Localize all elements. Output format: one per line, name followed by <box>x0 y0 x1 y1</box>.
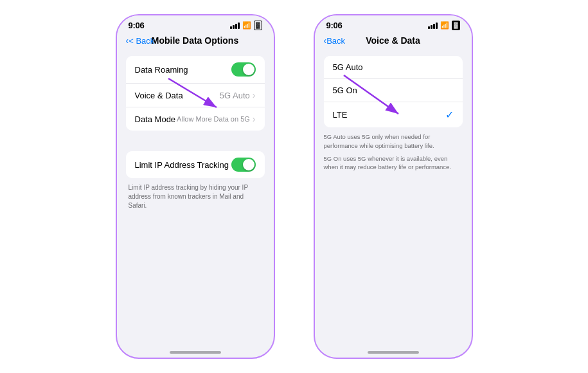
option-lte-label: LTE <box>333 110 348 120</box>
home-indicator-1 <box>170 351 221 354</box>
limit-ip-toggle[interactable] <box>231 158 256 172</box>
phone-screen-2: 9:06 📶 ▓ ‹ Back Voi <box>314 14 473 359</box>
voice-data-value: 5G Auto › <box>220 90 256 100</box>
limit-ip-label: Limit IP Address Tracking <box>135 160 229 170</box>
back-button-1[interactable]: ‹ < Back <box>126 35 155 46</box>
data-roaming-row[interactable]: Data Roaming <box>126 56 265 84</box>
home-indicator-2 <box>368 351 419 354</box>
signal-icon-2 <box>428 23 438 29</box>
main-container: 9:06 📶 ▓ ‹ < Back M <box>0 0 588 373</box>
wifi-icon-2: 📶 <box>440 21 449 30</box>
nav-header-2: ‹ Back Voice & Data <box>315 33 472 51</box>
info-5g-on: 5G On uses 5G whenever it is available, … <box>324 154 463 172</box>
back-button-2[interactable]: ‹ Back <box>324 35 346 46</box>
data-mode-value: Allow More Data on 5G › <box>177 114 255 124</box>
chevron-icon-voice: › <box>253 90 256 100</box>
voice-data-row[interactable]: Voice & Data 5G Auto › <box>126 84 265 107</box>
data-mode-row[interactable]: Data Mode Allow More Data on 5G › <box>126 107 265 131</box>
back-label-1[interactable]: < Back <box>129 36 154 46</box>
phone-screen-1: 9:06 📶 ▓ ‹ < Back M <box>116 14 275 359</box>
data-mode-current: Allow More Data on 5G <box>177 115 250 123</box>
status-bar-1: 9:06 📶 ▓ <box>117 15 274 33</box>
battery-icon: ▓ <box>254 21 262 30</box>
data-mode-label: Data Mode <box>135 114 176 124</box>
battery-icon-2: ▓ <box>452 21 460 30</box>
settings-section-2: Limit IP Address Tracking <box>126 151 265 178</box>
page-title-1: Mobile Data Options <box>152 35 238 46</box>
info-5g-auto: 5G Auto uses 5G only when needed for per… <box>324 132 463 150</box>
limit-ip-row[interactable]: Limit IP Address Tracking <box>126 151 265 178</box>
status-icons-1: 📶 ▓ <box>230 21 262 30</box>
option-5g-on-label: 5G On <box>333 86 357 95</box>
option-5g-on[interactable]: 5G On <box>324 79 463 102</box>
time-2: 9:06 <box>326 21 343 30</box>
status-bar-2: 9:06 📶 ▓ <box>315 15 472 33</box>
data-roaming-label: Data Roaming <box>135 65 188 75</box>
option-lte[interactable]: LTE ✓ <box>324 102 463 127</box>
signal-icon <box>230 23 240 29</box>
time-1: 9:06 <box>129 21 145 30</box>
limit-ip-description: Limit IP address tracking by hiding your… <box>126 183 265 210</box>
page-title-2: Voice & Data <box>366 35 420 46</box>
back-label-2[interactable]: Back <box>326 36 345 46</box>
voice-data-label: Voice & Data <box>135 91 183 100</box>
option-5g-auto-label: 5G Auto <box>333 62 363 72</box>
lte-checkmark: ✓ <box>445 109 454 121</box>
toggle-knob <box>243 64 254 75</box>
option-5g-auto[interactable]: 5G Auto <box>324 56 463 79</box>
data-roaming-toggle[interactable] <box>231 62 256 77</box>
chevron-icon-data: › <box>253 114 256 124</box>
voice-data-options: 5G Auto 5G On LTE ✓ <box>324 56 463 127</box>
toggle-knob-2 <box>243 159 254 170</box>
status-icons-2: 📶 ▓ <box>428 21 460 30</box>
voice-data-current: 5G Auto <box>220 91 250 100</box>
nav-header-1: ‹ < Back Mobile Data Options <box>117 33 274 51</box>
wifi-icon: 📶 <box>242 21 251 30</box>
settings-section-1: Data Roaming Voice & Data 5G Auto › Data… <box>126 56 265 131</box>
